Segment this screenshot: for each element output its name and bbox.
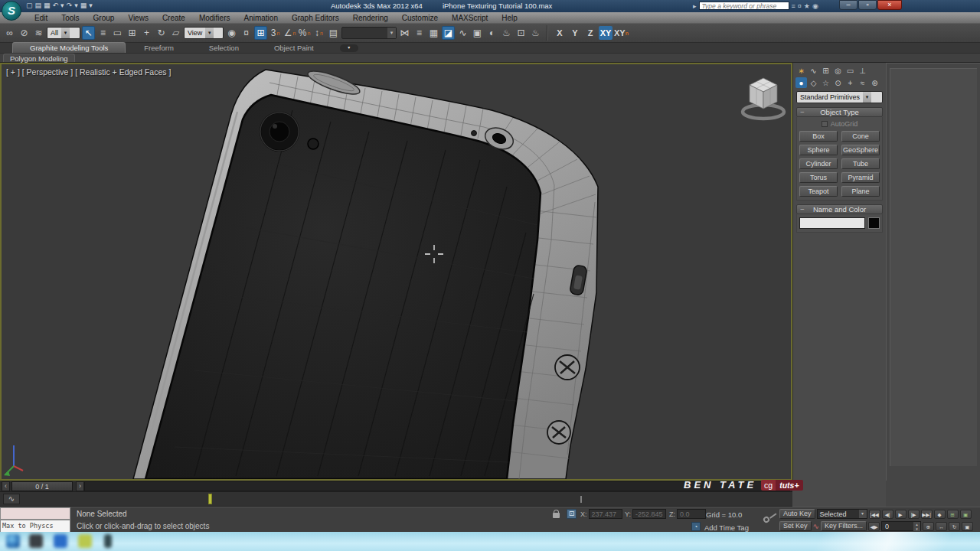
x-coordinate-field[interactable]: 237.437 — [589, 509, 622, 519]
favorites-icon[interactable]: ★ — [804, 2, 810, 10]
selection-filter-dropdown[interactable]: All ▾ — [47, 27, 80, 39]
spinner-snap-icon[interactable]: ↕n — [312, 26, 325, 40]
modify-panel-icon[interactable]: ∿ — [808, 65, 819, 76]
rectangular-selection-region-icon[interactable]: ▭ — [111, 26, 124, 40]
sphere-button[interactable]: Sphere — [799, 145, 838, 155]
viewport-label[interactable]: [ + ] [ Perspective ] [ Realistic + Edge… — [6, 67, 171, 77]
helpers-category-icon[interactable]: + — [844, 77, 856, 88]
motion-panel-icon[interactable]: ◎ — [832, 65, 844, 76]
curve-editor-icon[interactable]: ∿ — [456, 26, 469, 40]
menu-create[interactable]: Create — [155, 14, 192, 22]
tab-graphite-modeling-tools[interactable]: Graphite Modeling Tools — [12, 42, 126, 53]
rendered-frame-window-icon[interactable]: ⊡ — [514, 26, 528, 40]
frame-spinner[interactable]: ▴ ▾ — [913, 522, 920, 531]
key-mode-dropdown[interactable]: Selected ▾ — [817, 509, 867, 519]
menu-group[interactable]: Group — [87, 14, 122, 22]
key-filters-button[interactable]: Key Filters... — [821, 521, 867, 531]
apps-icon[interactable]: ¤ — [798, 2, 802, 10]
autogrid-checkbox[interactable] — [822, 121, 828, 127]
axis-constraint-x-button[interactable]: X — [553, 26, 567, 40]
ribbon-minimize-icon[interactable]: ▾ — [340, 44, 358, 52]
menu-customize[interactable]: Customize — [395, 14, 445, 22]
display-panel-icon[interactable]: ▭ — [844, 65, 856, 76]
systems-category-icon[interactable]: ⊛ — [869, 77, 880, 88]
taskbar-app-1-icon[interactable] — [29, 534, 43, 548]
edit-named-selection-sets-icon[interactable]: ▤ — [327, 26, 340, 40]
open-file-icon[interactable]: ▤ — [35, 1, 42, 11]
close-button[interactable]: × — [877, 0, 902, 10]
dropdown-caret-icon[interactable]: ▾ — [859, 510, 867, 518]
viewport-canvas[interactable] — [2, 64, 791, 479]
menu-maxscript[interactable]: MAXScript — [445, 14, 495, 22]
teapot-button[interactable]: Teapot — [799, 186, 838, 197]
track-bar[interactable]: ∿ — [0, 492, 792, 507]
object-name-field[interactable] — [799, 217, 865, 229]
absolute-mode-icon[interactable]: ⊡ — [567, 509, 577, 519]
search-go-icon[interactable]: ▸ — [693, 2, 697, 10]
phone-model[interactable] — [133, 67, 598, 479]
save-file-icon[interactable]: ▦ — [44, 1, 51, 11]
next-frame-icon[interactable]: |▶ — [908, 510, 920, 519]
minimize-button[interactable]: – — [839, 0, 858, 10]
spinner-down-icon[interactable]: ▾ — [913, 527, 920, 531]
viewcube[interactable] — [743, 78, 784, 119]
dropdown-caret-icon[interactable]: ▾ — [61, 28, 70, 38]
current-frame-field[interactable]: 0 ▴ ▾ — [881, 521, 921, 531]
zoom-icon[interactable]: ⊕ — [923, 522, 934, 531]
pyramid-button[interactable]: Pyramid — [841, 172, 880, 183]
select-and-manipulate-icon[interactable]: ¤ — [240, 26, 253, 40]
new-scene-icon[interactable]: ▢ — [26, 1, 33, 11]
taskbar-app-4-icon[interactable] — [104, 534, 112, 548]
time-tag-icon[interactable]: ◔ — [691, 522, 701, 531]
go-to-end-icon[interactable]: ▶▶| — [921, 510, 933, 519]
mini-curve-editor-icon[interactable]: ∿ — [3, 494, 20, 504]
undo-icon[interactable]: ↶ — [53, 1, 59, 11]
time-slider-handle[interactable]: 0 / 1 — [11, 481, 73, 491]
named-selection-sets-dropdown[interactable]: ▾ — [341, 27, 397, 39]
menu-help[interactable]: Help — [495, 14, 524, 22]
dropdown-caret-icon[interactable]: ▾ — [205, 28, 214, 38]
time-slider-prev-button[interactable]: ‹ — [2, 481, 10, 491]
go-to-frame-icon[interactable]: ◀▶ — [868, 522, 880, 531]
search-input[interactable] — [699, 2, 789, 10]
play-icon[interactable]: ▶ — [895, 510, 906, 519]
dropdown-caret-icon[interactable]: ▾ — [387, 28, 396, 38]
menu-tools[interactable]: Tools — [54, 14, 86, 22]
material-editor-icon[interactable]: ◐ — [485, 26, 498, 40]
select-and-rotate-icon[interactable]: ↻ — [155, 26, 168, 40]
bind-to-space-warp-icon[interactable]: ≋ — [32, 26, 45, 40]
track-bar-marker[interactable] — [208, 494, 212, 504]
axis-constraint-z-button[interactable]: Z — [583, 26, 597, 40]
select-and-link-icon[interactable]: ∞ — [3, 26, 16, 40]
tab-freeform[interactable]: Freeform — [127, 43, 191, 53]
percent-snap-icon[interactable]: %n — [298, 26, 311, 40]
pan-icon[interactable]: ↔ — [936, 522, 947, 531]
maximize-viewport-icon[interactable]: ▣ — [962, 522, 973, 531]
y-coordinate-field[interactable]: -252.845 — [632, 509, 666, 519]
layer-manager-icon[interactable]: ▦ — [427, 26, 440, 40]
selection-brackets-icon[interactable]: ▣ — [960, 510, 972, 519]
auto-key-button[interactable]: Auto Key — [779, 509, 815, 519]
collapse-icon[interactable]: − — [800, 205, 805, 214]
window-crossing-icon[interactable]: ⊞ — [126, 26, 139, 40]
collapse-icon[interactable]: − — [800, 108, 805, 116]
workspace-icon[interactable]: ▦ — [80, 1, 87, 11]
tab-object-paint[interactable]: Object Paint — [257, 43, 331, 53]
redo-caret-icon[interactable]: ▾ — [74, 1, 78, 11]
select-by-name-icon[interactable]: ≡ — [96, 26, 109, 40]
schematic-view-icon[interactable]: ▣ — [471, 26, 484, 40]
select-object-icon[interactable]: ↖ — [82, 26, 95, 40]
dropdown-caret-icon[interactable]: ▾ — [863, 92, 871, 103]
orbit-icon[interactable]: ↻ — [949, 522, 960, 531]
menu-rendering[interactable]: Rendering — [346, 14, 395, 22]
z-coordinate-field[interactable]: 0.0 — [677, 509, 706, 519]
previous-frame-icon[interactable]: ◀| — [882, 510, 893, 519]
shapes-category-icon[interactable]: ◇ — [808, 77, 819, 88]
utilities-panel-icon[interactable]: ⊥ — [857, 65, 868, 76]
keyboard-shortcut-override-icon[interactable]: ⊞ — [254, 26, 267, 40]
menu-views[interactable]: Views — [121, 14, 155, 22]
add-time-tag-label[interactable]: Add Time Tag — [704, 523, 749, 532]
use-pivot-point-icon[interactable]: ◉ — [225, 26, 238, 40]
go-to-start-icon[interactable]: |◀◀ — [869, 510, 880, 519]
cone-button[interactable]: Cone — [841, 131, 880, 142]
